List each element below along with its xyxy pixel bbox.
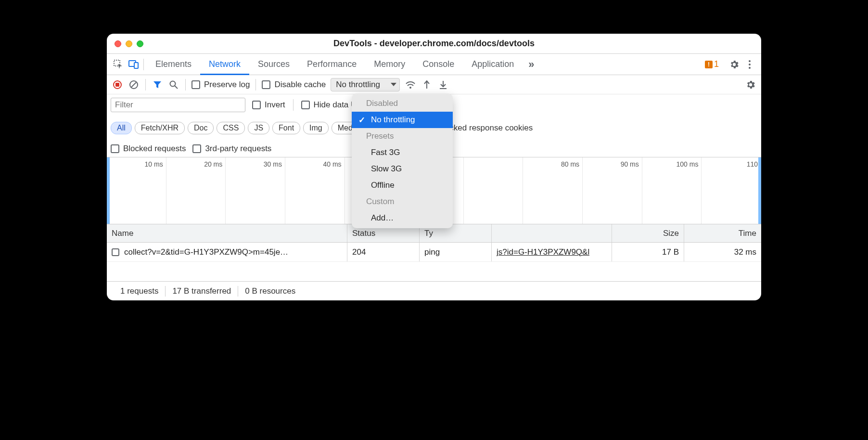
tab-sources[interactable]: Sources <box>249 54 298 75</box>
throttling-dropdown: Disabled No throttling Presets Fast 3G S… <box>352 93 453 228</box>
panel-tabs: ElementsNetworkSourcesPerformanceMemoryC… <box>107 54 761 75</box>
svg-point-8 <box>170 81 176 86</box>
tab-performance[interactable]: Performance <box>298 54 365 75</box>
requests-table-body: collect?v=2&tid=G-H1Y3PXZW9Q>m=45je…204p… <box>107 243 761 281</box>
cell-time: 32 ms <box>684 243 761 261</box>
type-filter-all[interactable]: All <box>111 122 132 134</box>
timeline-tick-label: 80 ms <box>561 160 579 168</box>
dropdown-item-no-throttling[interactable]: No throttling <box>352 112 453 128</box>
timeline-tick: 40 ms <box>285 157 345 224</box>
checkbox-icon <box>191 80 200 89</box>
checkbox-icon <box>252 101 261 109</box>
svg-point-3 <box>749 60 751 62</box>
timeline-tick: 110 <box>702 157 761 224</box>
col-time[interactable]: Time <box>684 224 761 242</box>
export-har-icon[interactable] <box>437 79 449 91</box>
timeline-tick-label: 40 ms <box>323 160 341 168</box>
devtools-window: DevTools - developer.chrome.com/docs/dev… <box>107 34 761 300</box>
dropdown-group-presets: Presets <box>352 128 453 144</box>
kebab-menu-icon[interactable] <box>743 58 756 71</box>
minimize-window-button[interactable] <box>126 40 132 47</box>
timeline-tick <box>464 157 523 224</box>
window-controls <box>115 40 143 47</box>
third-party-label: 3rd-party requests <box>205 144 271 154</box>
import-har-icon[interactable] <box>421 79 433 91</box>
filter-input[interactable] <box>111 98 245 112</box>
clear-button[interactable] <box>128 79 140 91</box>
type-filter-css[interactable]: CSS <box>217 122 245 134</box>
more-tabs-icon[interactable]: » <box>524 58 538 71</box>
invert-checkbox[interactable]: Invert <box>252 100 285 110</box>
col-name[interactable]: Name <box>107 224 347 242</box>
dropdown-item-offline[interactable]: Offline <box>352 177 453 194</box>
timeline-tick-label: 30 ms <box>264 160 282 168</box>
timeline-tick-label: 100 ms <box>676 160 698 168</box>
divider <box>255 79 256 91</box>
checkbox-icon <box>111 144 119 153</box>
throttling-value: No throttling <box>336 80 380 90</box>
timeline-tick: 10 ms <box>107 157 166 224</box>
type-filter-font[interactable]: Font <box>272 122 300 134</box>
cell-initiator[interactable]: js?id=G-H1Y3PXZW9Q&l <box>492 243 612 261</box>
zoom-window-button[interactable] <box>137 40 143 47</box>
type-filter-js[interactable]: JS <box>248 122 269 134</box>
tab-network[interactable]: Network <box>200 54 249 75</box>
blocked-requests-label: Blocked requests <box>123 144 186 154</box>
timeline-tick: 80 ms <box>523 157 583 224</box>
close-window-button[interactable] <box>115 40 121 47</box>
cell-size: 17 B <box>612 243 684 261</box>
settings-gear-icon[interactable] <box>728 58 741 71</box>
cell-status: 204 <box>347 243 420 261</box>
row-checkbox-icon[interactable] <box>112 248 119 256</box>
timeline-tick: 20 ms <box>166 157 226 224</box>
issues-count: 1 <box>714 59 719 69</box>
tab-console[interactable]: Console <box>414 54 463 75</box>
timeline-tick: 100 ms <box>642 157 702 224</box>
filter-toggle-icon[interactable] <box>152 79 163 91</box>
third-party-checkbox[interactable]: 3rd-party requests <box>192 144 271 154</box>
inspect-element-icon[interactable] <box>112 58 125 71</box>
col-size[interactable]: Size <box>612 224 684 242</box>
divider <box>143 59 144 70</box>
timeline-tick: 90 ms <box>583 157 642 224</box>
svg-point-4 <box>749 64 751 65</box>
type-filter-doc[interactable]: Doc <box>188 122 214 134</box>
type-filter-fetchxhr[interactable]: Fetch/XHR <box>135 122 185 134</box>
search-icon[interactable] <box>168 79 179 91</box>
issues-badge[interactable]: ! 1 <box>705 59 719 69</box>
preserve-log-checkbox[interactable]: Preserve log <box>191 80 250 90</box>
tab-elements[interactable]: Elements <box>147 54 200 75</box>
checkbox-icon <box>192 144 201 153</box>
disable-cache-label: Disable cache <box>274 80 326 90</box>
network-conditions-icon[interactable] <box>405 79 416 91</box>
timeline-handle-right[interactable] <box>758 157 761 224</box>
svg-line-9 <box>175 86 178 89</box>
type-filter-img[interactable]: Img <box>303 122 329 134</box>
svg-rect-2 <box>134 63 138 68</box>
table-row[interactable]: collect?v=2&tid=G-H1Y3PXZW9Q>m=45je…204p… <box>107 243 761 262</box>
col-initiator[interactable] <box>492 224 612 242</box>
network-settings-gear-icon[interactable] <box>745 79 756 91</box>
titlebar: DevTools - developer.chrome.com/docs/dev… <box>107 34 761 54</box>
cell-type: ping <box>420 243 492 261</box>
dropdown-item-fast-3g[interactable]: Fast 3G <box>352 144 453 161</box>
dropdown-item-slow-3g[interactable]: Slow 3G <box>352 161 453 177</box>
invert-label: Invert <box>265 100 285 110</box>
network-toolbar: Preserve log Disable cache No throttling <box>107 75 761 94</box>
svg-point-10 <box>409 87 411 89</box>
blocked-requests-checkbox[interactable]: Blocked requests <box>111 144 186 154</box>
divider <box>145 79 146 91</box>
timeline-tick-label: 110 <box>747 160 758 168</box>
tab-application[interactable]: Application <box>463 54 523 75</box>
record-button[interactable] <box>112 79 123 91</box>
device-toolbar-icon[interactable] <box>127 58 140 71</box>
preserve-log-label: Preserve log <box>204 80 250 90</box>
throttling-select[interactable]: No throttling <box>331 78 400 91</box>
status-transferred: 17 B transferred <box>166 286 238 296</box>
tab-memory[interactable]: Memory <box>365 54 414 75</box>
checkbox-icon <box>301 101 310 109</box>
warning-icon: ! <box>705 61 713 68</box>
disable-cache-checkbox[interactable]: Disable cache <box>262 80 326 90</box>
dropdown-item-add[interactable]: Add… <box>352 210 453 226</box>
checkbox-icon <box>262 80 270 89</box>
